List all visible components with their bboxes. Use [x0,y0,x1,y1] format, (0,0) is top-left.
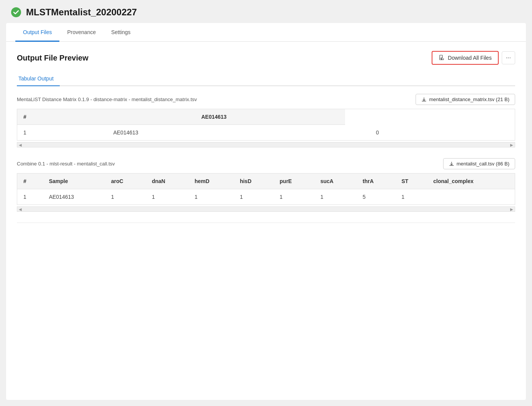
col-hash-1: # [17,109,83,125]
bottom-divider [17,223,515,223]
svg-rect-1 [440,55,442,58]
download-icon [439,55,445,61]
download-file-2-button[interactable]: mentalist_call.tsv (86 B) [443,158,515,169]
tabs-bar: Output Files Provenance Settings [6,23,526,42]
content-area: Output File Preview Download All Files ·… [6,42,526,400]
page-title: MLSTMentalist_20200227 [26,7,137,18]
file-label-2: Combine 0.1 - mlst-result - mentalist_ca… [17,161,115,167]
distance-matrix-table: # AE014613 1 AE014613 0 [17,109,515,141]
check-circle-icon [11,7,21,18]
scroll-bar-1[interactable]: ◀ ▶ [17,142,515,147]
file-section-mlst-call: Combine 0.1 - mlst-result - mentalist_ca… [17,158,515,212]
col-aroc: aroC [105,174,146,189]
cell-r2-hemd: 1 [188,189,234,205]
table-row: 1 AE014613 0 [17,125,515,141]
cell-r2-st: 1 [395,189,427,205]
table-row: 1 AE014613 1 1 1 1 1 1 5 1 [17,189,515,205]
download-file-1-label: mentalist_distance_matrix.tsv (21 B) [429,97,509,102]
download-all-label: Download All Files [448,55,491,61]
svg-point-0 [11,7,21,17]
more-options-button[interactable]: ··· [502,51,515,64]
cell-r2-thra: 5 [357,189,395,205]
tab-output-files[interactable]: Output Files [15,23,59,42]
mlst-call-table: # Sample aroC dnaN hemD hisD purE sucA t… [17,173,515,205]
cell-r2-pure: 1 [273,189,314,205]
col-hash-2: # [17,174,43,189]
col-ae014613-header: AE014613 [83,109,345,125]
download-small-icon-2 [449,161,454,167]
scroll-left-2[interactable]: ◀ [19,207,22,211]
col-hemd: hemD [188,174,234,189]
header-actions: Download All Files ··· [432,51,515,65]
col-thra: thrA [357,174,395,189]
cell-row1-val: 0 [345,125,515,141]
subtabs-bar: Tabular Output [17,72,515,86]
preview-title: Output File Preview [17,54,88,62]
cell-r2-clonal [427,189,515,205]
page-header: MLSTMentalist_20200227 [0,0,532,23]
col-hisd: hisD [234,174,273,189]
col-sample: Sample [43,174,105,189]
cell-r2-hisd: 1 [234,189,273,205]
main-card: Output Files Provenance Settings Output … [6,23,526,400]
col-pure: purE [273,174,314,189]
scroll-left-1[interactable]: ◀ [19,143,22,147]
cell-row1-sample: AE014613 [83,125,345,141]
scroll-right-2[interactable]: ▶ [510,207,513,211]
subtab-tabular-output[interactable]: Tabular Output [17,72,60,86]
cell-r2-aroc: 1 [105,189,146,205]
col-suca: sucA [314,174,357,189]
scroll-bar-2[interactable]: ◀ ▶ [17,206,515,212]
tab-settings[interactable]: Settings [103,23,138,42]
file-row-1: MentaLiST Distance Matrix 0.1.9 - distan… [17,94,515,105]
file-label-1: MentaLiST Distance Matrix 0.1.9 - distan… [17,97,197,102]
col-dnan: dnaN [146,174,188,189]
cell-row1-num: 1 [17,125,83,141]
file-row-2: Combine 0.1 - mlst-result - mentalist_ca… [17,158,515,169]
download-file-1-button[interactable]: mentalist_distance_matrix.tsv (21 B) [416,94,515,105]
download-file-2-label: mentalist_call.tsv (86 B) [457,161,509,167]
download-all-button[interactable]: Download All Files [432,51,498,65]
file-section-distance-matrix: MentaLiST Distance Matrix 0.1.9 - distan… [17,94,515,147]
scroll-right-1[interactable]: ▶ [510,143,513,147]
cell-r2-sample: AE014613 [43,189,105,205]
col-clonal-complex: clonal_complex [427,174,515,189]
tab-provenance[interactable]: Provenance [59,23,103,42]
preview-header: Output File Preview Download All Files ·… [17,51,515,65]
cell-r2-dnan: 1 [146,189,188,205]
cell-r2-suca: 1 [314,189,357,205]
cell-r2-num: 1 [17,189,43,205]
col-st: ST [395,174,427,189]
download-small-icon-1 [421,97,427,102]
